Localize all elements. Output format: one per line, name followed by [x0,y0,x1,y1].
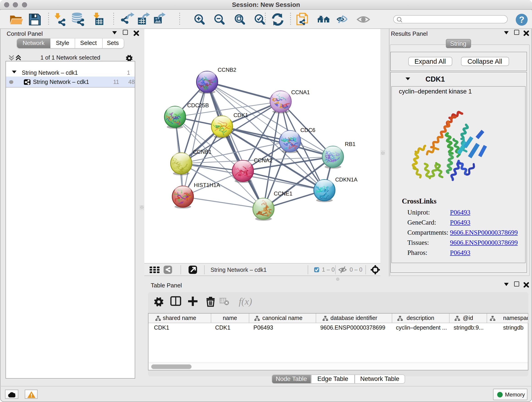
svg-text:CCNA1: CCNA1 [291,89,310,95]
svg-text:CDKN1A: CDKN1A [335,177,357,183]
svg-text:1 – 0: 1 – 0 [322,266,335,273]
svg-text:RB1: RB1 [345,141,355,147]
svg-text:?: ? [519,15,524,25]
svg-text:CCNB1: CCNB1 [193,149,211,155]
svg-text:CCNA2: CCNA2 [254,157,272,163]
svg-text:0 – 0: 0 – 0 [349,266,362,273]
svg-text:HIST1H1A: HIST1H1A [194,182,220,188]
svg-text:CDC6: CDC6 [300,127,315,133]
svg-text:CCNB2: CCNB2 [217,67,236,73]
svg-text:f(x): f(x) [239,296,252,307]
svg-text:String Network – cdk1: String Network – cdk1 [210,266,266,273]
svg-text:CCNE1: CCNE1 [273,191,292,197]
svg-text:CDK1: CDK1 [233,112,248,118]
svg-text:CDC25B: CDC25B [187,102,209,108]
